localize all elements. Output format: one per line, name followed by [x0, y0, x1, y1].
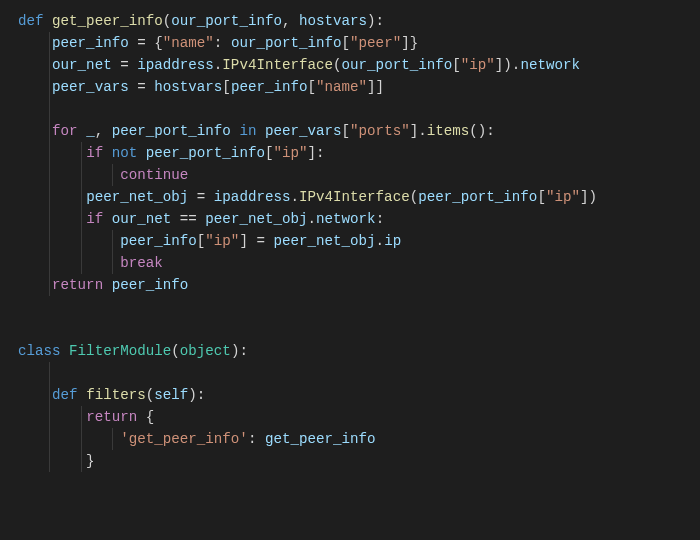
code-token: [18, 79, 52, 95]
code-token: [103, 277, 112, 293]
code-token: .: [290, 189, 299, 205]
code-token: ):: [367, 13, 384, 29]
code-token: _: [86, 123, 95, 139]
code-token: [103, 211, 112, 227]
code-token: ():: [469, 123, 495, 139]
code-token: ip: [384, 233, 401, 249]
code-token: IPv4Interface: [299, 189, 410, 205]
code-token: peer_info: [231, 79, 308, 95]
code-token: [18, 211, 86, 227]
code-token: :: [376, 211, 385, 227]
code-token: for: [52, 123, 78, 139]
code-token: IPv4Interface: [222, 57, 333, 73]
code-token: [18, 409, 86, 425]
code-token: our_net: [52, 57, 112, 73]
code-token: =: [112, 57, 138, 73]
code-block: def get_peer_info(our_port_info, hostvar…: [0, 0, 700, 482]
code-token: [: [537, 189, 546, 205]
code-token: }: [18, 453, 95, 469]
code-line: 'get_peer_info': get_peer_info: [18, 431, 376, 447]
code-token: ] =: [239, 233, 273, 249]
code-token: filters: [86, 387, 146, 403]
code-token: "name": [316, 79, 367, 95]
code-token: def: [52, 387, 86, 403]
code-token: "ip": [273, 145, 307, 161]
code-token: peer_info: [112, 277, 189, 293]
code-token: our_port_info: [171, 13, 282, 29]
code-token: ]}: [401, 35, 418, 51]
code-token: ):: [188, 387, 205, 403]
code-line: return peer_info: [18, 277, 188, 293]
code-token: if: [86, 145, 103, 161]
code-line: our_net = ipaddress.IPv4Interface(our_po…: [18, 57, 580, 73]
code-line: def get_peer_info(our_port_info, hostvar…: [18, 13, 384, 29]
code-token: object: [180, 343, 231, 359]
code-token: continue: [120, 167, 188, 183]
code-token: peer_info: [52, 35, 129, 51]
code-token: if: [86, 211, 103, 227]
code-token: [: [342, 123, 351, 139]
code-token: (: [163, 13, 172, 29]
code-token: [18, 57, 52, 73]
code-token: .: [308, 211, 317, 227]
code-line: peer_net_obj = ipaddress.IPv4Interface(p…: [18, 189, 597, 205]
code-token: (: [146, 387, 155, 403]
code-token: get_peer_info: [52, 13, 163, 29]
code-line: continue: [18, 167, 188, 183]
code-token: [137, 145, 146, 161]
code-token: [18, 277, 52, 293]
code-token: =: [129, 79, 155, 95]
code-line: for _, peer_port_info in peer_vars["port…: [18, 123, 495, 139]
code-token: "name": [163, 35, 214, 51]
code-token: ]]: [367, 79, 384, 95]
code-token: class: [18, 343, 69, 359]
code-token: 'get_peer_info': [120, 431, 248, 447]
code-line: if our_net == peer_net_obj.network:: [18, 211, 384, 227]
code-token: [: [222, 79, 231, 95]
code-line: peer_info = {"name": our_port_info["peer…: [18, 35, 418, 51]
code-token: "ip": [205, 233, 239, 249]
code-token: [: [452, 57, 461, 73]
code-token: [18, 145, 86, 161]
code-token: [18, 35, 52, 51]
code-token: ipaddress: [214, 189, 291, 205]
code-token: =: [188, 189, 214, 205]
code-token: ,: [282, 13, 299, 29]
code-line: peer_info["ip"] = peer_net_obj.ip: [18, 233, 401, 249]
code-line: class FilterModule(object):: [18, 343, 248, 359]
code-token: peer_net_obj: [273, 233, 375, 249]
code-token: hostvars: [299, 13, 367, 29]
code-token: peer_info: [120, 233, 197, 249]
code-token: FilterModule: [69, 343, 171, 359]
code-token: peer_port_info: [112, 123, 231, 139]
code-token: [: [308, 79, 317, 95]
code-token: network: [316, 211, 376, 227]
code-token: {: [137, 409, 154, 425]
code-token: in: [239, 123, 256, 139]
code-token: peer_vars: [52, 79, 129, 95]
code-line: }: [18, 453, 95, 469]
code-token: ].: [410, 123, 427, 139]
code-line: return {: [18, 409, 154, 425]
code-token: hostvars: [154, 79, 222, 95]
code-token: (: [171, 343, 180, 359]
code-token: ipaddress: [137, 57, 214, 73]
code-token: break: [120, 255, 163, 271]
code-token: peer_net_obj: [86, 189, 188, 205]
code-token: def: [18, 13, 52, 29]
code-token: ]): [580, 189, 597, 205]
code-token: ]:: [308, 145, 325, 161]
code-token: "peer": [350, 35, 401, 51]
code-token: [18, 233, 120, 249]
code-token: :: [248, 431, 265, 447]
code-token: [18, 189, 86, 205]
code-token: return: [52, 277, 103, 293]
code-token: [103, 145, 112, 161]
code-token: [18, 431, 120, 447]
code-token: items: [427, 123, 470, 139]
code-token: peer_port_info: [146, 145, 265, 161]
code-token: [256, 123, 265, 139]
code-token: "ip": [546, 189, 580, 205]
code-token: .: [376, 233, 385, 249]
code-token: return: [86, 409, 137, 425]
